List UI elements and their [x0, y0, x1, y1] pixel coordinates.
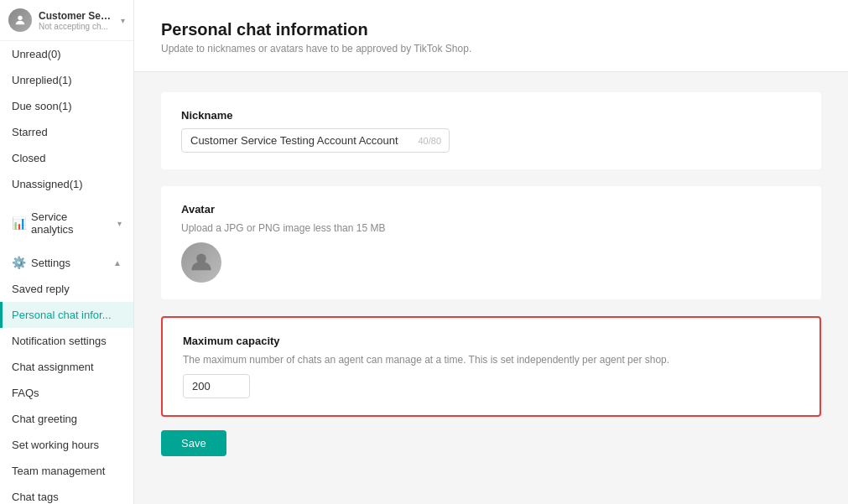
- sidebar-settings-label: Settings: [31, 257, 70, 269]
- settings-icon: ⚙️: [12, 256, 26, 269]
- max-capacity-input[interactable]: [183, 374, 250, 398]
- sidebar-item-personal-chat-info[interactable]: Personal chat infor...: [0, 302, 133, 328]
- page-subtitle: Update to nicknames or avatars have to b…: [161, 43, 821, 55]
- sidebar-item-label: Starred: [12, 126, 48, 138]
- sidebar-item-label: Unassigned(1): [12, 178, 83, 190]
- sidebar-item-chat-greeting[interactable]: Chat greeting: [0, 406, 133, 432]
- main-content: Personal chat information Update to nick…: [134, 0, 848, 504]
- nickname-char-count: 40/80: [418, 136, 441, 146]
- sidebar-item-closed[interactable]: Closed: [0, 145, 133, 171]
- sidebar-item-label: Closed: [12, 152, 45, 164]
- save-button[interactable]: Save: [161, 430, 226, 456]
- sidebar-item-label: Unread(0): [12, 48, 61, 60]
- sidebar-section-label: Service analytics: [31, 210, 112, 236]
- page-title: Personal chat information: [161, 20, 821, 39]
- sidebar-section-service-analytics[interactable]: 📊 Service analytics ▾: [0, 204, 133, 242]
- sidebar-item-label: Unreplied(1): [12, 74, 72, 86]
- max-capacity-label: Maximum capacity: [183, 335, 799, 347]
- sidebar-item-label: Saved reply: [12, 283, 70, 295]
- avatar-upload-text: Upload a JPG or PNG image less than 15 M…: [181, 222, 801, 234]
- sidebar-item-label: Personal chat infor...: [12, 309, 112, 321]
- analytics-icon: 📊: [12, 216, 26, 230]
- sidebar-item-label: Chat assignment: [12, 361, 94, 373]
- nickname-label: Nickname: [181, 109, 801, 122]
- sidebar-item-label: Notification settings: [12, 335, 107, 347]
- sidebar-item-label: Chat tags: [12, 491, 59, 503]
- max-capacity-section: Maximum capacity The maximum number of c…: [161, 316, 821, 417]
- sidebar-nav: Unread(0) Unreplied(1) Due soon(1) Starr…: [0, 41, 133, 197]
- avatar-preview[interactable]: [181, 242, 221, 283]
- sidebar-item-label: Set working hours: [12, 439, 99, 451]
- sidebar-item-chat-tags[interactable]: Chat tags: [0, 484, 133, 504]
- account-status: Not accepting ch...: [39, 22, 114, 31]
- sidebar: Customer Servic... Not accepting ch... ▾…: [0, 0, 134, 504]
- sidebar-item-due-soon[interactable]: Due soon(1): [0, 93, 133, 119]
- account-info: Customer Servic... Not accepting ch...: [39, 10, 114, 31]
- sidebar-section-settings[interactable]: ⚙️ Settings ▲: [0, 249, 133, 276]
- avatar-section: Avatar Upload a JPG or PNG image less th…: [161, 186, 821, 299]
- sidebar-item-notification-settings[interactable]: Notification settings: [0, 328, 133, 354]
- sidebar-item-set-working-hours[interactable]: Set working hours: [0, 432, 133, 458]
- settings-chevron-icon: ▲: [113, 258, 122, 268]
- nickname-section: Nickname 40/80: [161, 92, 821, 169]
- max-capacity-desc: The maximum number of chats an agent can…: [183, 354, 799, 366]
- settings-subnav: Saved reply Personal chat infor... Notif…: [0, 276, 133, 504]
- sidebar-item-label: Team management: [12, 465, 105, 477]
- svg-point-0: [18, 16, 22, 20]
- sidebar-item-team-management[interactable]: Team management: [0, 458, 133, 484]
- sidebar-item-unreplied[interactable]: Unreplied(1): [0, 67, 133, 93]
- sidebar-item-label: FAQs: [12, 387, 39, 399]
- analytics-chevron-icon: ▾: [117, 219, 122, 228]
- sidebar-item-starred[interactable]: Starred: [0, 119, 133, 145]
- account-avatar: [8, 8, 32, 32]
- account-dropdown-icon: ▾: [121, 16, 125, 25]
- avatar-label: Avatar: [181, 203, 801, 216]
- sidebar-item-label: Chat greeting: [12, 413, 77, 425]
- sidebar-item-faqs[interactable]: FAQs: [0, 380, 133, 406]
- sidebar-item-saved-reply[interactable]: Saved reply: [0, 276, 133, 302]
- account-header[interactable]: Customer Servic... Not accepting ch... ▾: [0, 0, 133, 41]
- account-name: Customer Servic...: [39, 10, 114, 22]
- page-header: Personal chat information Update to nick…: [134, 0, 848, 72]
- sidebar-item-chat-assignment[interactable]: Chat assignment: [0, 354, 133, 380]
- sidebar-item-unread[interactable]: Unread(0): [0, 41, 133, 67]
- page-body: Nickname 40/80 Avatar Upload a JPG or PN…: [134, 72, 848, 476]
- sidebar-item-unassigned[interactable]: Unassigned(1): [0, 171, 133, 197]
- nickname-input-wrapper: 40/80: [181, 128, 450, 153]
- sidebar-item-label: Due soon(1): [12, 100, 72, 112]
- nickname-input[interactable]: [181, 128, 450, 153]
